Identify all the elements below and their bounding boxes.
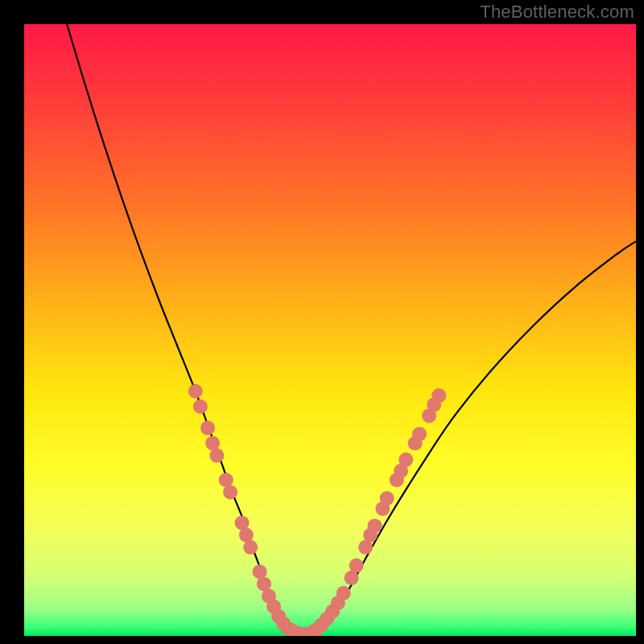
data-dot [200, 421, 215, 436]
data-dot [209, 448, 224, 463]
gradient-background [24, 24, 636, 636]
data-dot [336, 586, 351, 601]
data-dot [367, 518, 382, 533]
data-dot [398, 452, 413, 467]
watermark-text: TheBottleneck.com [480, 2, 634, 23]
data-dot [243, 540, 258, 555]
data-dot [188, 384, 203, 398]
plot-area [24, 24, 636, 636]
chart-frame: TheBottleneck.com [0, 0, 644, 644]
data-dot [349, 559, 364, 573]
data-dot [412, 427, 427, 441]
data-dot [223, 485, 237, 499]
data-dot [380, 491, 394, 506]
chart-svg [24, 24, 636, 636]
data-dot [193, 399, 208, 414]
data-dot [431, 388, 446, 402]
